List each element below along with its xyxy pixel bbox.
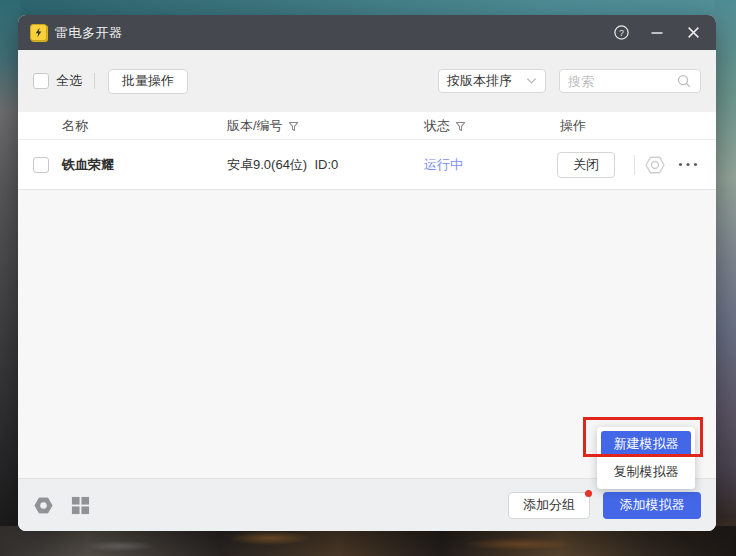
batch-operations-button[interactable]: 批量操作 xyxy=(108,69,188,94)
row-checkbox[interactable] xyxy=(33,157,49,173)
add-emulator-popup-menu: 新建模拟器 复制模拟器 xyxy=(597,427,695,489)
column-header-operations: 操作 xyxy=(560,112,586,140)
close-emulator-button[interactable]: 关闭 xyxy=(557,152,615,178)
menu-item-new-emulator[interactable]: 新建模拟器 xyxy=(601,431,691,457)
grid-icon[interactable] xyxy=(71,496,90,515)
row-divider xyxy=(634,155,635,175)
gear-icon[interactable] xyxy=(644,154,666,176)
toolbar-divider xyxy=(94,73,95,89)
svg-text:?: ? xyxy=(619,28,624,38)
select-all-checkbox[interactable] xyxy=(33,73,49,89)
toolbar: 全选 批量操作 按版本排序 xyxy=(18,50,716,112)
emulator-name: 铁血荣耀 xyxy=(62,140,114,190)
desktop-wallpaper-left xyxy=(0,0,20,556)
red-dot-notification xyxy=(585,490,592,497)
add-group-button[interactable]: 添加分组 xyxy=(508,492,590,519)
desktop-wallpaper-right xyxy=(714,0,736,556)
add-emulator-button[interactable]: 添加模拟器 xyxy=(603,492,701,519)
desktop: 雷电多开器 ? 全选 批量操作 按版本排序 xyxy=(0,0,736,556)
emulator-status: 运行中 xyxy=(424,140,463,190)
sort-dropdown[interactable]: 按版本排序 xyxy=(438,69,546,93)
search-icon xyxy=(676,73,692,89)
more-dots-icon[interactable] xyxy=(678,162,698,167)
table-row: 铁血荣耀 安卓9.0(64位) ID:0 运行中 关闭 xyxy=(18,140,716,190)
emulator-version: 安卓9.0(64位) ID:0 xyxy=(227,140,338,190)
minimize-icon[interactable] xyxy=(646,22,668,44)
lightning-app-icon xyxy=(30,24,47,41)
column-header-name: 名称 xyxy=(62,112,88,140)
funnel-filter-icon[interactable] xyxy=(455,121,466,132)
select-all-label: 全选 xyxy=(56,72,82,90)
gear-icon[interactable] xyxy=(33,495,54,516)
search-input[interactable] xyxy=(568,74,676,89)
sort-dropdown-value: 按版本排序 xyxy=(447,72,512,90)
titlebar[interactable]: 雷电多开器 ? xyxy=(18,15,716,50)
table-header: 名称 版本/编号 状态 操作 xyxy=(18,112,716,140)
column-header-version: 版本/编号 xyxy=(227,112,299,140)
funnel-filter-icon[interactable] xyxy=(288,121,299,132)
menu-item-copy-emulator[interactable]: 复制模拟器 xyxy=(601,459,691,485)
search-box xyxy=(559,69,701,93)
window-title: 雷电多开器 xyxy=(55,24,123,42)
column-header-status: 状态 xyxy=(424,112,466,140)
help-icon[interactable]: ? xyxy=(610,22,632,44)
close-icon[interactable] xyxy=(682,22,704,44)
chevron-down-icon xyxy=(526,77,537,85)
